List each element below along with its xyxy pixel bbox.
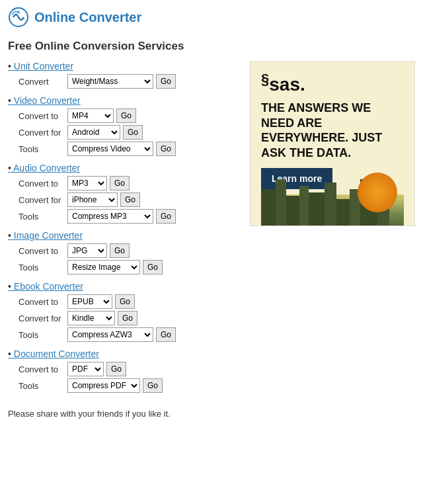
page-title: Free Online Conversion Services: [8, 40, 415, 53]
converter-name-5[interactable]: Document Converter: [8, 349, 239, 359]
select-3-0[interactable]: JPGPNGGIFBMPWEBP: [67, 243, 107, 258]
converter-row-2-1: Convert foriPhoneAndroidiPadGo: [19, 192, 239, 207]
converter-row-4-2: ToolsCompress AZW3Compress EPUBCompress …: [19, 327, 239, 342]
converter-section-4: Ebook ConverterConvert toEPUBMOBIPDFAZW3…: [8, 281, 239, 342]
ad-logo: §sas.: [261, 71, 404, 95]
row-label-3-1: Tools: [19, 263, 65, 273]
converter-row-5-1: ToolsCompress PDFMerge PDFSplit PDFResiz…: [19, 378, 239, 393]
row-label-3-0: Convert to: [19, 246, 65, 256]
select-4-2[interactable]: Compress AZW3Compress EPUBCompress MOBI: [67, 327, 153, 342]
select-4-0[interactable]: EPUBMOBIPDFAZW3: [67, 294, 112, 309]
select-0-0[interactable]: Weight/MassLengthTemperatureAreaVolume: [67, 74, 153, 89]
row-label-2-2: Tools: [19, 212, 65, 222]
converter-section-0: Unit ConverterConvertWeight/MassLengthTe…: [8, 61, 239, 89]
go-button-2-2[interactable]: Go: [156, 209, 176, 224]
select-4-1[interactable]: KindleiPadKoboNook: [67, 311, 115, 325]
go-button-2-1[interactable]: Go: [120, 192, 140, 207]
converter-row-3-1: ToolsResize ImageCompress ImageCrop Imag…: [19, 260, 239, 274]
go-button-3-0[interactable]: Go: [110, 243, 130, 258]
app-title: Online Converter: [34, 10, 141, 25]
logo-icon: [8, 7, 29, 28]
ad-learn-button[interactable]: Learn more: [261, 168, 332, 189]
footer-note: Please share with your friends if you li…: [8, 409, 415, 419]
converter-section-1: Video ConverterConvert toMP4AVIMOVMKVWMV…: [8, 95, 239, 156]
converter-row-4-0: Convert toEPUBMOBIPDFAZW3Go: [19, 294, 239, 309]
converter-row-1-0: Convert toMP4AVIMOVMKVWMVGo: [19, 108, 239, 123]
go-button-2-0[interactable]: Go: [110, 176, 130, 190]
row-label-4-1: Convert for: [19, 314, 65, 323]
row-label-5-0: Convert to: [19, 364, 65, 374]
converter-name-1[interactable]: Video Converter: [8, 95, 239, 106]
row-label-1-1: Convert for: [19, 128, 65, 138]
select-2-2[interactable]: Compress MP3Cut AudioMerge Audio: [67, 209, 153, 224]
go-button-4-0[interactable]: Go: [115, 294, 135, 309]
row-label-0-0: Convert: [19, 77, 65, 87]
converter-row-1-2: ToolsCompress VideoResize VideoCut Video…: [19, 142, 239, 156]
converter-name-2[interactable]: Audio Converter: [8, 163, 239, 173]
select-1-0[interactable]: MP4AVIMOVMKVWMV: [67, 108, 114, 123]
row-label-2-1: Convert for: [19, 195, 65, 205]
go-button-5-0[interactable]: Go: [106, 362, 126, 376]
select-1-2[interactable]: Compress VideoResize VideoCut VideoMerge…: [67, 142, 153, 156]
row-label-2-0: Convert to: [19, 179, 65, 189]
go-button-1-1[interactable]: Go: [123, 125, 143, 140]
ad-city-image: [261, 194, 404, 226]
converter-row-4-1: Convert forKindleiPadKoboNookGo: [19, 311, 239, 325]
converter-row-3-0: Convert toJPGPNGGIFBMPWEBPGo: [19, 243, 239, 258]
go-button-4-1[interactable]: Go: [118, 311, 137, 325]
converter-section-3: Image ConverterConvert toJPGPNGGIFBMPWEB…: [8, 230, 239, 274]
select-1-1[interactable]: AndroidiPhoneiPadTV: [67, 125, 120, 140]
go-button-4-2[interactable]: Go: [156, 327, 176, 342]
go-button-5-1[interactable]: Go: [143, 378, 163, 393]
row-label-1-2: Tools: [19, 144, 65, 154]
converter-row-2-2: ToolsCompress MP3Cut AudioMerge AudioGo: [19, 209, 239, 224]
row-label-4-2: Tools: [19, 330, 65, 340]
select-3-1[interactable]: Resize ImageCompress ImageCrop Image: [67, 260, 140, 274]
row-label-5-1: Tools: [19, 381, 65, 391]
go-button-1-0[interactable]: Go: [116, 108, 136, 123]
select-2-0[interactable]: MP3WAVAACOGGFLAC: [67, 176, 107, 190]
converter-name-4[interactable]: Ebook Converter: [8, 281, 239, 292]
converter-row-1-1: Convert forAndroidiPhoneiPadTVGo: [19, 125, 239, 140]
converter-section-5: Document ConverterConvert toPDFDOCDOCXTX…: [8, 349, 239, 393]
row-label-4-0: Convert to: [19, 297, 65, 307]
select-5-1[interactable]: Compress PDFMerge PDFSplit PDFResize PDF: [67, 378, 140, 393]
ad-sun: [358, 173, 397, 212]
select-2-1[interactable]: iPhoneAndroidiPad: [67, 192, 118, 207]
go-button-3-1[interactable]: Go: [143, 260, 163, 274]
header: Online Converter: [8, 7, 415, 32]
select-5-0[interactable]: PDFDOCDOCXTXTODT: [67, 362, 104, 376]
converter-row-2-0: Convert toMP3WAVAACOGGFLACGo: [19, 176, 239, 190]
converter-name-0[interactable]: Unit Converter: [8, 61, 239, 71]
converter-row-5-0: Convert toPDFDOCDOCXTXTODTGo: [19, 362, 239, 376]
ad-column: §sas. THE ANSWERS WE NEED ARE EVERYWHERE…: [250, 61, 415, 226]
go-button-0-0[interactable]: Go: [156, 74, 176, 89]
main-layout: Unit ConverterConvertWeight/MassLengthTe…: [8, 61, 415, 399]
converters-column: Unit ConverterConvertWeight/MassLengthTe…: [8, 61, 239, 399]
ad-box: §sas. THE ANSWERS WE NEED ARE EVERYWHERE…: [250, 61, 415, 226]
row-label-1-0: Convert to: [19, 111, 65, 121]
converter-section-2: Audio ConverterConvert toMP3WAVAACOGGFLA…: [8, 163, 239, 224]
go-button-1-2[interactable]: Go: [156, 142, 176, 156]
ad-headline: THE ANSWERS WE NEED ARE EVERYWHERE. JUST…: [261, 101, 404, 160]
converter-name-3[interactable]: Image Converter: [8, 230, 239, 241]
converter-row-0-0: ConvertWeight/MassLengthTemperatureAreaV…: [19, 74, 239, 89]
